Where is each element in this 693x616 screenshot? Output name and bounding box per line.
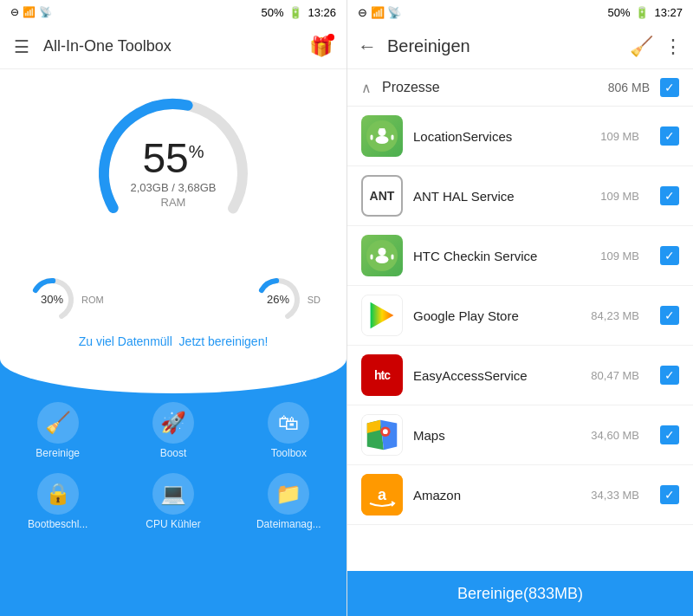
status-bar-right: ⊖ 📶 📡 50% 🔋 13:27	[347, 0, 693, 24]
app-info-ant: ANT HAL Service	[413, 189, 590, 204]
top-bar-right: ← Bereinigen 🧹 ⋮	[347, 24, 693, 69]
minus-icon: ⊖	[10, 6, 19, 18]
sd-gauge: 26% SD	[252, 274, 321, 326]
cpu-label: CPU Kühler	[146, 518, 200, 530]
gauge-storage: 2,03GB / 3,68GB	[130, 181, 216, 194]
app-size-googleplay: 84,23 MB	[591, 309, 639, 322]
app-icon-googleplay	[361, 295, 403, 336]
notification-dot	[327, 34, 334, 41]
status-right-right: 50% 🔋 13:27	[607, 6, 683, 19]
battery-right: 50%	[607, 6, 630, 19]
battery-left: 50%	[261, 6, 283, 19]
checkbox-htc[interactable]: ✓	[660, 246, 679, 265]
collapse-icon[interactable]: ∧	[361, 80, 372, 96]
bootbeschl-icon: 🔒	[37, 473, 79, 515]
app-size-location: 109 MB	[600, 130, 639, 143]
svg-rect-18	[371, 255, 373, 260]
hamburger-menu-icon[interactable]: ☰	[14, 36, 29, 57]
signal-icon-right: 📡	[387, 6, 401, 19]
app-right-ant: 109 MB ✓	[600, 186, 679, 205]
list-item: LocationServices 109 MB ✓	[347, 107, 693, 166]
status-right-left: 50% 🔋 13:26	[261, 6, 336, 19]
wave-decoration	[0, 359, 346, 393]
app-size-easy: 80,47 MB	[591, 369, 639, 382]
list-item: ANT ANT HAL Service 109 MB ✓	[347, 166, 693, 226]
clean-icon[interactable]: 🧹	[630, 36, 653, 58]
svg-rect-12	[392, 135, 394, 140]
more-options-icon[interactable]: ⋮	[664, 36, 683, 58]
app-name-easy: EasyAccessService	[413, 368, 580, 383]
minus-icon-right: ⊖	[358, 6, 367, 19]
app-name-ant: ANT HAL Service	[413, 189, 590, 204]
bereinige-button[interactable]: 🧹 Bereinige	[23, 402, 93, 459]
app-name-googleplay: Google Play Store	[413, 308, 580, 323]
app-name-maps: Maps	[413, 428, 580, 443]
checkbox-googleplay[interactable]: ✓	[660, 306, 679, 325]
gift-button[interactable]: 🎁	[309, 36, 333, 58]
svg-text:26%: 26%	[267, 293, 289, 306]
cpu-icon: 💻	[152, 473, 194, 515]
dateimanager-button[interactable]: 📁 Dateimanag...	[254, 473, 323, 530]
checkbox-location[interactable]: ✓	[660, 126, 679, 146]
dateimanager-label: Dateimanag...	[256, 518, 321, 530]
bottom-area: 🧹 Bereinige 🚀 Boost 🛍 Toolbox 🔒 Bootbesc…	[0, 359, 346, 616]
toolbox-label: Toolbox	[271, 447, 307, 459]
boost-button[interactable]: 🚀 Boost	[139, 402, 208, 459]
checkbox-ant[interactable]: ✓	[660, 186, 679, 205]
app-list: LocationServices 109 MB ✓ ANT ANT HAL Se…	[347, 107, 693, 571]
toolbar-icons: 🧹 ⋮	[630, 36, 683, 58]
app-icon-ant: ANT	[361, 175, 403, 217]
toolbox-icon: 🛍	[268, 402, 309, 444]
app-icon-maps	[361, 414, 403, 456]
app-icon-amazon: a	[361, 474, 403, 515]
app-icon-htc	[361, 235, 403, 276]
status-left-icons: ⊖ 📶 📡	[10, 6, 52, 18]
top-bar-left: ☰ All-In-One Toolbox 🎁	[0, 24, 346, 69]
bottom-icons-row1: 🧹 Bereinige 🚀 Boost 🛍 Toolbox	[0, 393, 346, 466]
bottom-icons-row2: 🔒 Bootbeschl... 💻 CPU Kühler 📁 Dateimana…	[0, 466, 346, 537]
time-left: 13:26	[308, 6, 336, 19]
app-info-htc: HTC Checkin Service	[413, 249, 590, 263]
app-right-googleplay: 84,23 MB ✓	[591, 306, 679, 325]
back-button[interactable]: ←	[358, 36, 377, 58]
svg-point-10	[379, 128, 386, 136]
app-name-amazon: Amazon	[413, 488, 580, 503]
checkbox-maps[interactable]: ✓	[660, 425, 679, 444]
app-name-htc: HTC Checkin Service	[413, 249, 590, 263]
app-info-maps: Maps	[413, 428, 580, 443]
svg-text:30%: 30%	[41, 293, 63, 306]
bootbeschl-button[interactable]: 🔒 Bootbeschl...	[23, 473, 93, 530]
svg-text:a: a	[378, 486, 387, 503]
app-title: All-In-One Toolbox	[43, 37, 309, 55]
svg-rect-11	[371, 135, 373, 140]
rom-label: ROM	[81, 295, 104, 305]
checkbox-easy[interactable]: ✓	[660, 366, 679, 385]
time-right: 13:27	[654, 6, 683, 19]
app-info-easy: EasyAccessService	[413, 368, 580, 383]
process-size: 806 MB	[608, 81, 650, 94]
checkbox-amazon[interactable]: ✓	[660, 485, 679, 504]
screen-title: Bereinigen	[387, 36, 630, 56]
list-item: HTC Checkin Service 109 MB ✓	[347, 226, 693, 286]
svg-point-17	[379, 248, 386, 256]
app-size-htc: 109 MB	[600, 250, 639, 263]
rom-gauge: 30% ROM	[26, 274, 104, 326]
signal-icon: 📡	[39, 6, 52, 18]
action-bar-text: Bereinige(833MB)	[457, 585, 583, 603]
sd-label: SD	[308, 295, 321, 305]
select-all-checkbox[interactable]: ✓	[660, 78, 679, 97]
tagline: Zu viel Datenmüll Jetzt bereinigen!	[79, 334, 269, 348]
list-item: htc EasyAccessService 80,47 MB ✓	[347, 346, 693, 405]
app-size-maps: 34,60 MB	[591, 429, 639, 442]
app-right-maps: 34,60 MB ✓	[591, 425, 679, 444]
action-bar[interactable]: Bereinige(833MB)	[347, 571, 693, 616]
app-right-location: 109 MB ✓	[600, 126, 679, 146]
wifi-icon: 📶	[23, 6, 36, 18]
app-right-easy: 80,47 MB ✓	[591, 366, 679, 385]
gauge-percent-value: 55%	[130, 138, 216, 179]
main-content-left: 55% 2,03GB / 3,68GB RAM 30% ROM	[0, 69, 346, 359]
cpu-kuehler-button[interactable]: 💻 CPU Kühler	[139, 473, 208, 530]
toolbox-button[interactable]: 🛍 Toolbox	[254, 402, 323, 459]
app-size-ant: 109 MB	[600, 190, 639, 203]
wifi-icon-right: 📶	[371, 6, 385, 19]
